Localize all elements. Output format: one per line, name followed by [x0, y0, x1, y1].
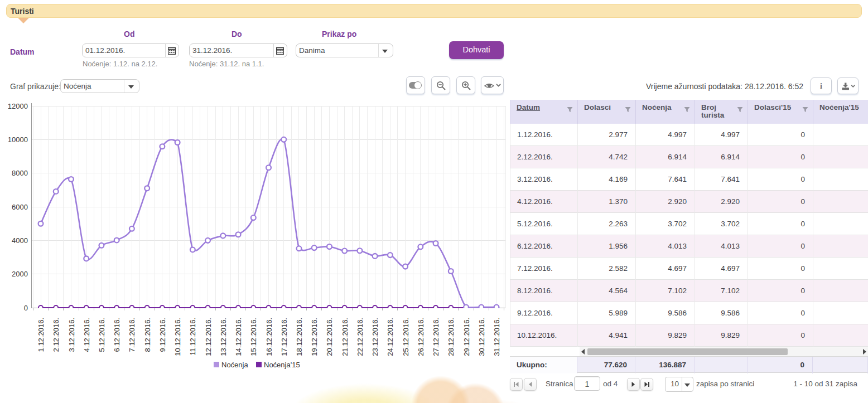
- svg-text:10.12.2016.: 10.12.2016.: [173, 318, 182, 356]
- svg-text:14.12.2016.: 14.12.2016.: [234, 318, 243, 356]
- svg-text:0: 0: [24, 304, 28, 312]
- svg-text:16.12.2016.: 16.12.2016.: [265, 318, 273, 356]
- svg-text:2000: 2000: [12, 270, 28, 278]
- svg-text:15.12.2016.: 15.12.2016.: [249, 318, 258, 356]
- svg-text:12.12.2016.: 12.12.2016.: [204, 318, 213, 356]
- svg-text:26.12.2016.: 26.12.2016.: [417, 318, 425, 356]
- svg-text:23.12.2016.: 23.12.2016.: [371, 318, 379, 356]
- svg-text:24.12.2016.: 24.12.2016.: [386, 318, 394, 356]
- svg-text:2.12.2016.: 2.12.2016.: [52, 318, 60, 352]
- svg-text:4.12.2016.: 4.12.2016.: [83, 318, 91, 352]
- svg-text:13.12.2016.: 13.12.2016.: [219, 318, 228, 356]
- svg-text:19.12.2016.: 19.12.2016.: [310, 318, 319, 356]
- svg-text:31.12.2016.: 31.12.2016.: [493, 318, 501, 356]
- svg-text:18.12.2016.: 18.12.2016.: [295, 318, 303, 356]
- svg-text:10000: 10000: [8, 135, 28, 144]
- svg-text:7.12.2016.: 7.12.2016.: [128, 318, 136, 352]
- svg-text:17.12.2016.: 17.12.2016.: [280, 318, 288, 356]
- svg-text:3.12.2016.: 3.12.2016.: [67, 318, 76, 352]
- svg-text:8000: 8000: [12, 169, 28, 177]
- svg-text:11.12.2016.: 11.12.2016.: [189, 318, 197, 356]
- svg-text:20.12.2016.: 20.12.2016.: [325, 318, 334, 356]
- svg-text:21.12.2016.: 21.12.2016.: [341, 318, 349, 356]
- svg-text:29.12.2016.: 29.12.2016.: [462, 318, 471, 356]
- svg-text:30.12.2016.: 30.12.2016.: [478, 318, 486, 356]
- svg-text:6.12.2016.: 6.12.2016.: [113, 318, 121, 352]
- svg-text:8.12.2016.: 8.12.2016.: [143, 318, 152, 352]
- svg-text:1.12.2016.: 1.12.2016.: [37, 318, 45, 352]
- svg-text:22.12.2016.: 22.12.2016.: [356, 318, 364, 356]
- svg-text:6000: 6000: [12, 203, 28, 211]
- svg-text:12000: 12000: [8, 102, 28, 110]
- svg-text:Noćenja'15: Noćenja'15: [264, 361, 300, 369]
- svg-text:28.12.2016.: 28.12.2016.: [447, 318, 455, 356]
- svg-text:9.12.2016.: 9.12.2016.: [158, 318, 167, 352]
- svg-text:Noćenja: Noćenja: [221, 361, 248, 369]
- svg-text:4000: 4000: [12, 236, 28, 245]
- svg-text:25.12.2016.: 25.12.2016.: [402, 318, 410, 356]
- svg-text:5.12.2016.: 5.12.2016.: [98, 318, 106, 352]
- svg-text:27.12.2016.: 27.12.2016.: [432, 318, 440, 356]
